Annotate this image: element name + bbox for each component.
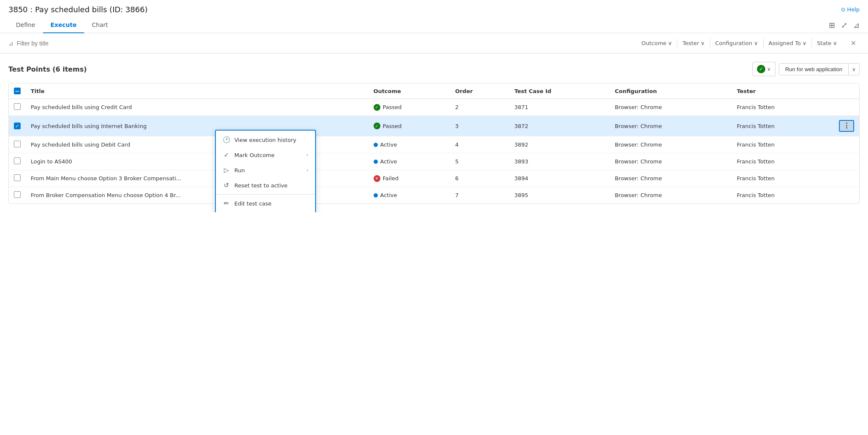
row-checkbox-5[interactable] [14,191,21,198]
outcome-dropdown[interactable]: Outcome ∨ [637,38,677,48]
expand-icon[interactable]: ⤢ [841,21,847,29]
run-for-web-application-button[interactable]: Run for web application [779,63,849,75]
reset-icon: ↺ [223,181,230,189]
table-row: From Main Menu choose Option 3 Broker Co… [9,170,859,187]
filter-dropdowns: Outcome ∨ Tester ∨ Configuration ∨ Assig… [637,38,842,48]
filter-icon[interactable]: ⊿ [853,21,860,29]
ctx-reset-test[interactable]: ↺ Reset test to active [216,178,315,193]
row-checkbox-3[interactable] [14,157,21,164]
table-row: Pay scheduled bills using Credit Card ✓ … [9,99,859,116]
help-link[interactable]: ⊙ Help [841,6,860,13]
row-title-4: From Main Menu choose Option 3 Broker Co… [26,170,369,187]
table-row: Pay scheduled bills using Internet Banki… [9,116,859,136]
submenu-chevron-icon: › [306,152,308,158]
row-outcome-1: ✓ Passed [369,116,450,136]
context-menu-separator [216,194,315,195]
test-points-table: Title Outcome Order Test Case Id Configu… [8,83,860,204]
state-dropdown[interactable]: State ∨ [812,38,842,48]
outcome-active-icon [374,160,378,164]
tab-chart[interactable]: Chart [84,17,115,33]
columns-icon[interactable]: ⊞ [829,21,835,29]
page-title: 3850 : Pay scheduled bills (ID: 3866) [8,5,148,14]
chevron-down-icon: ∨ [852,67,856,72]
tab-actions: ⊞ ⤢ ⊿ [829,21,860,33]
run-btn-chevron[interactable]: ∨ [849,63,860,75]
history-icon: 🕐 [223,136,230,144]
col-test-case-id: Test Case Id [509,83,610,99]
table-row: Pay scheduled bills using Debit Card Act… [9,136,859,153]
filter-input-wrap: ⊿ [8,40,632,47]
filter-bar: ⊿ Outcome ∨ Tester ∨ Configuration ∨ Ass… [0,33,868,53]
col-tester: Tester [732,83,834,99]
row-outcome-2: Active [369,136,450,153]
outcome-failed-icon: ✕ [374,175,380,182]
ctx-edit-test-case[interactable]: ✏ Edit test case [216,196,315,211]
chevron-down-icon: ∨ [802,40,807,46]
edit-icon: ✏ [223,200,230,207]
table-row: Login to AS400 Active 5 3893 Browser: Ch… [9,153,859,170]
row-outcome-0: ✓ Passed [369,99,450,116]
row-title-3: Login to AS400 [26,153,369,170]
filter-input[interactable] [17,40,632,47]
tab-define[interactable]: Define [8,17,43,33]
assigned-to-dropdown[interactable]: Assigned To ∨ [763,38,812,48]
row-outcome-4: ✕ Failed [369,170,450,187]
chevron-down-icon: ∨ [668,40,672,46]
col-order: Order [450,83,510,99]
col-title: Title [26,83,369,99]
chevron-down-icon: ∨ [754,40,758,46]
ctx-mark-outcome[interactable]: ✓ Mark Outcome › [216,147,315,163]
filter-funnel-icon: ⊿ [8,40,13,47]
col-outcome: Outcome [369,83,450,99]
row-outcome-3: Active [369,153,450,170]
green-check-button[interactable]: ✓ ∨ [752,62,775,76]
check-green-icon: ✓ [757,65,765,73]
top-bar: 3850 : Pay scheduled bills (ID: 3866) ⊙ … [0,0,868,14]
configuration-dropdown[interactable]: Configuration ∨ [710,38,763,48]
chevron-down-icon: ∨ [767,66,771,72]
outcome-passed-icon: ✓ [374,104,380,111]
context-menu: 🕐 View execution history ✓ Mark Outcome … [215,130,316,212]
col-configuration: Configuration [610,83,732,99]
row-checkbox-2[interactable] [14,141,21,147]
table-row: From Broker Compensation Menu choose Opt… [9,187,859,204]
row-checkbox-1[interactable] [14,123,21,129]
row-more-button-1[interactable]: ⋮ [839,120,854,132]
outcome-active-icon [374,193,378,197]
checkmark-icon: ✓ [223,151,230,159]
ctx-view-execution-history[interactable]: 🕐 View execution history [216,132,315,147]
run-icon: ▷ [223,166,230,174]
row-outcome-5: Active [369,187,450,204]
row-title-2: Pay scheduled bills using Debit Card [26,136,369,153]
section-actions: ✓ ∨ Run for web application ∨ [752,62,860,76]
row-checkbox-4[interactable] [14,174,21,181]
chevron-down-icon: ∨ [833,40,837,46]
outcome-passed-icon: ✓ [374,123,380,129]
ctx-assign-tester[interactable]: 👤 Assign tester › [216,211,315,212]
select-all-checkbox[interactable] [14,88,21,94]
tester-dropdown[interactable]: Tester ∨ [677,38,709,48]
row-title-5: From Broker Compensation Menu choose Opt… [26,187,369,204]
row-title-0: Pay scheduled bills using Credit Card [26,99,369,116]
tab-execute[interactable]: Execute [43,17,85,33]
main-content: Test Points (6 items) ✓ ∨ Run for web ap… [0,53,868,212]
clear-filter-icon[interactable]: ✕ [847,37,860,49]
ctx-run[interactable]: ▷ Run › [216,163,315,178]
help-icon: ⊙ [841,6,845,13]
tabs: Define Execute Chart [8,17,116,33]
table-header-row: Title Outcome Order Test Case Id Configu… [9,83,859,99]
row-checkbox-0[interactable] [14,103,21,110]
outcome-active-icon [374,143,378,147]
submenu-chevron-icon: › [306,167,308,173]
section-header: Test Points (6 items) ✓ ∨ Run for web ap… [8,62,860,76]
tab-bar: Define Execute Chart ⊞ ⤢ ⊿ [0,17,868,33]
section-title: Test Points (6 items) [8,65,87,73]
row-title-1: Pay scheduled bills using Internet Banki… [26,116,369,136]
chevron-down-icon: ∨ [701,40,705,46]
